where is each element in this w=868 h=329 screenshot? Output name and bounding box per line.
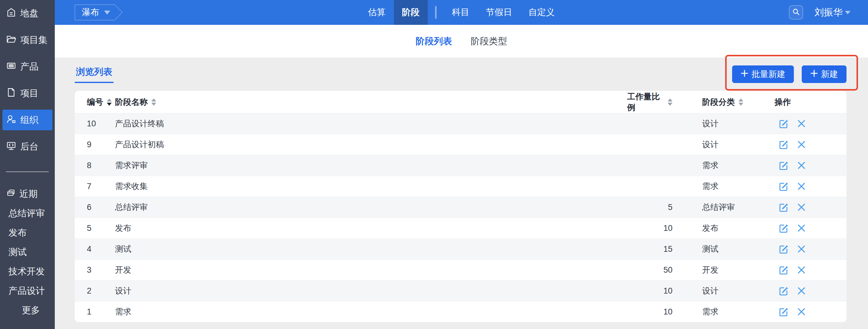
batch-create-button[interactable]: 批量新建 bbox=[732, 65, 794, 83]
sidebar-item-recent-entry[interactable]: 技术开发 bbox=[0, 262, 55, 281]
sidebar-item-admin[interactable]: 后台 bbox=[0, 133, 55, 160]
column-header-name[interactable]: 阶段名称 bbox=[115, 97, 627, 108]
cell-category: 发布 bbox=[673, 223, 770, 234]
cell-stage-name: 产品设计终稿 bbox=[115, 118, 627, 129]
cell-stage-name: 测试 bbox=[115, 244, 627, 254]
cell-actions bbox=[770, 202, 834, 213]
create-button[interactable]: 新建 bbox=[802, 65, 846, 83]
edit-icon[interactable] bbox=[778, 285, 789, 296]
cell-stage-name: 需求收集 bbox=[115, 181, 627, 192]
sidebar-item-recent-entry[interactable]: 总结评审 bbox=[0, 203, 55, 223]
cell-stage-name: 总结评审 bbox=[115, 202, 627, 213]
search-button[interactable] bbox=[789, 5, 803, 19]
sidebar-item-label: 技术开发 bbox=[8, 265, 45, 278]
cell-category: 需求 bbox=[673, 306, 770, 317]
delete-icon[interactable] bbox=[796, 244, 807, 254]
delete-icon[interactable] bbox=[796, 307, 807, 317]
edit-icon[interactable] bbox=[778, 139, 789, 150]
cell-category: 需求 bbox=[673, 160, 770, 171]
edit-icon[interactable] bbox=[778, 202, 789, 213]
topbar-tabs: 估算 阶段 科目 节假日 自定义 bbox=[360, 0, 563, 25]
delete-icon[interactable] bbox=[796, 286, 807, 296]
sidebar-item-recent-entry[interactable]: 测试 bbox=[0, 242, 55, 262]
column-header-id[interactable]: 编号 bbox=[87, 97, 115, 108]
column-header-workload-ratio[interactable]: 工作量比例 bbox=[627, 91, 673, 113]
cell-stage-name: 设计 bbox=[115, 285, 627, 296]
edit-icon[interactable] bbox=[778, 306, 789, 317]
cell-stage-name: 产品设计初稿 bbox=[115, 139, 627, 150]
cell-category: 开发 bbox=[673, 265, 770, 275]
delete-icon[interactable] bbox=[796, 181, 807, 191]
delete-icon[interactable] bbox=[796, 139, 807, 150]
sidebar-item-label: 发布 bbox=[8, 227, 27, 239]
sort-icon[interactable] bbox=[151, 99, 156, 106]
sidebar-item-recent[interactable]: 近期 bbox=[0, 184, 55, 203]
edit-icon[interactable] bbox=[778, 223, 789, 234]
user-menu[interactable]: 刘振华 bbox=[814, 6, 850, 19]
subnav-stage-list[interactable]: 阶段列表 bbox=[413, 35, 455, 48]
table-row: 9 产品设计初稿 设计 bbox=[75, 134, 846, 155]
cell-id: 8 bbox=[87, 161, 115, 170]
cell-id: 4 bbox=[87, 245, 115, 254]
admin-monitor-icon bbox=[6, 141, 17, 153]
table-row: 5 发布 10 发布 bbox=[75, 218, 846, 239]
cell-category: 设计 bbox=[673, 118, 770, 129]
sidebar-item-more[interactable]: 更多 bbox=[0, 301, 55, 320]
home-icon bbox=[6, 7, 17, 20]
cell-id: 2 bbox=[87, 286, 115, 296]
delete-icon[interactable] bbox=[796, 223, 807, 233]
sort-icon[interactable] bbox=[668, 99, 673, 106]
cell-workload-ratio: 10 bbox=[627, 224, 673, 233]
topbar-right: 刘振华 bbox=[789, 0, 850, 25]
search-icon bbox=[792, 7, 800, 17]
tab-custom[interactable]: 自定义 bbox=[520, 0, 563, 25]
chevron-down-icon bbox=[104, 10, 110, 15]
cell-id: 10 bbox=[87, 119, 115, 129]
cell-actions bbox=[770, 285, 834, 296]
subnav-stage-type[interactable]: 阶段类型 bbox=[468, 35, 510, 48]
sidebar-item-label: 组织 bbox=[20, 114, 38, 126]
edit-icon[interactable] bbox=[778, 265, 789, 275]
delete-icon[interactable] bbox=[796, 202, 807, 212]
sidebar-item-organization[interactable]: 组织 bbox=[2, 110, 52, 130]
main-area: 瀑布 估算 阶段 科目 节假日 自定义 刘振华 bbox=[55, 0, 868, 329]
sidebar-item-label: 近期 bbox=[19, 188, 37, 200]
edit-icon[interactable] bbox=[778, 118, 789, 129]
tab-subject[interactable]: 科目 bbox=[444, 0, 477, 25]
sidebar-item-project[interactable]: 项目 bbox=[0, 80, 55, 107]
delete-icon[interactable] bbox=[796, 118, 807, 129]
program-switcher-label: 瀑布 bbox=[82, 6, 99, 19]
sidebar-item-label: 地盘 bbox=[20, 7, 38, 20]
sidebar-item-recent-entry[interactable]: 产品设计 bbox=[0, 281, 55, 301]
sidebar-item-product[interactable]: 产品 bbox=[0, 53, 55, 80]
delete-icon[interactable] bbox=[796, 265, 807, 275]
edit-icon[interactable] bbox=[778, 244, 789, 254]
cell-actions bbox=[770, 265, 834, 275]
sidebar-item-recent-entry[interactable]: 发布 bbox=[0, 223, 55, 242]
table-row: 6 总结评审 5 总结评审 bbox=[75, 197, 846, 218]
cell-category: 需求 bbox=[673, 181, 770, 192]
column-header-category[interactable]: 阶段分类 bbox=[673, 97, 770, 108]
delete-icon[interactable] bbox=[796, 160, 807, 170]
cell-category: 测试 bbox=[673, 244, 770, 254]
sort-icon[interactable] bbox=[739, 99, 743, 106]
cell-stage-name: 发布 bbox=[115, 223, 627, 234]
cell-stage-name: 开发 bbox=[115, 265, 627, 275]
table-row: 1 需求 10 需求 bbox=[75, 301, 846, 322]
edit-icon[interactable] bbox=[778, 160, 789, 171]
table-body: 10 产品设计终稿 设计 9 产品设计初稿 设计 bbox=[75, 113, 846, 322]
tab-estimation[interactable]: 估算 bbox=[360, 0, 394, 25]
cell-workload-ratio: 5 bbox=[627, 203, 673, 212]
tab-browse-list[interactable]: 浏览列表 bbox=[75, 66, 114, 83]
table-row: 2 设计 10 设计 bbox=[75, 280, 846, 301]
cell-actions bbox=[770, 181, 834, 192]
sort-icon[interactable] bbox=[107, 99, 112, 106]
tab-holiday[interactable]: 节假日 bbox=[477, 0, 520, 25]
subnav: 阶段列表 阶段类型 bbox=[55, 25, 868, 58]
sidebar-item-dashboard[interactable]: 地盘 bbox=[0, 0, 55, 27]
edit-icon[interactable] bbox=[778, 181, 789, 192]
cell-id: 6 bbox=[87, 203, 115, 212]
program-switcher[interactable]: 瀑布 bbox=[75, 4, 115, 20]
tab-stage[interactable]: 阶段 bbox=[394, 0, 428, 25]
sidebar-item-program[interactable]: 项目集 bbox=[0, 27, 55, 53]
